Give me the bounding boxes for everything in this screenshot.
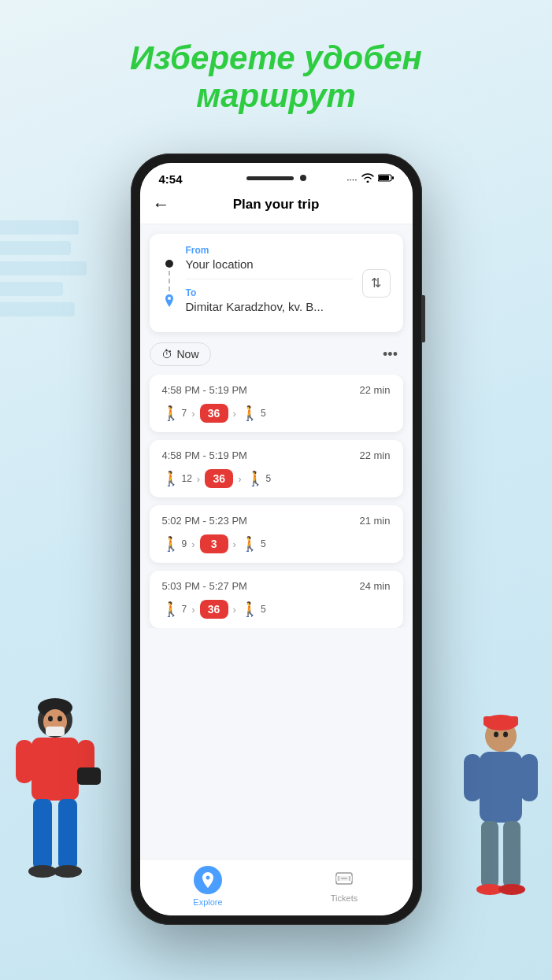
- svg-rect-21: [503, 821, 521, 888]
- status-time: 4:54: [159, 172, 183, 186]
- svg-rect-34: [341, 878, 347, 879]
- status-bar: 4:54 ····: [140, 163, 413, 190]
- walk-icon: 🚶: [162, 470, 180, 487]
- phone-screen: 4:54 ····: [140, 163, 413, 915]
- route-time: 5:03 PM - 5:27 PM: [162, 580, 247, 592]
- walk-icon: 🚶: [162, 405, 180, 422]
- walk-minutes-end: 5: [266, 473, 272, 484]
- svg-rect-28: [392, 176, 394, 179]
- walk-minutes: 7: [182, 408, 187, 419]
- arrow-icon-2: ›: [233, 408, 236, 420]
- back-button[interactable]: ←: [153, 194, 170, 215]
- walk-icon: 🚶: [162, 535, 180, 553]
- nav-item-tickets[interactable]: Tickets: [276, 870, 413, 906]
- person-left-illustration: [8, 697, 102, 917]
- bus-badge: 36: [200, 404, 228, 423]
- walk-step-end: 🚶 5: [241, 601, 266, 618]
- route-duration: 22 min: [359, 449, 390, 461]
- person-right-illustration: [458, 712, 544, 917]
- route-card[interactable]: 5:03 PM - 5:27 PM 24 min 🚶 7 › 36 ›: [150, 571, 403, 628]
- svg-point-8: [28, 865, 57, 878]
- route-steps: 🚶 7 › 36 › 🚶 5: [162, 600, 391, 619]
- walk-minutes: 9: [182, 538, 187, 549]
- svg-rect-19: [521, 754, 538, 801]
- svg-rect-3: [16, 740, 33, 783]
- tickets-icon: [335, 870, 353, 890]
- bus-badge: 36: [205, 469, 233, 488]
- walk-minutes-end: 5: [261, 604, 266, 615]
- route-time: 4:58 PM - 5:19 PM: [162, 384, 247, 396]
- to-field[interactable]: To Dimitar Karadzhov, kv. B...: [186, 287, 353, 321]
- battery-icon: [378, 173, 394, 185]
- route-time: 4:58 PM - 5:19 PM: [162, 449, 247, 461]
- connector-line-2: [169, 279, 170, 283]
- route-steps: 🚶 12 › 36 › 🚶 5: [162, 469, 391, 488]
- form-fields: From Your location To Dimitar Karadzhov,…: [186, 245, 353, 321]
- svg-rect-20: [481, 821, 498, 888]
- explore-icon: [194, 866, 222, 894]
- walk-icon-end: 🚶: [241, 601, 258, 618]
- walk-icon-end: 🚶: [246, 470, 264, 487]
- route-card[interactable]: 4:58 PM - 5:19 PM 22 min 🚶 7 › 36 ›: [150, 375, 403, 432]
- walk-step-start: 🚶 7: [162, 601, 187, 618]
- side-button: [422, 295, 425, 342]
- route-header: 5:03 PM - 5:27 PM 24 min: [162, 580, 391, 592]
- nav-item-explore[interactable]: Explore: [140, 866, 276, 910]
- arrow-icon: ›: [191, 408, 194, 420]
- arrow-icon-2: ›: [238, 473, 241, 485]
- arrow-icon-2: ›: [233, 604, 236, 616]
- connector-line-1: [169, 271, 170, 276]
- tickets-label: Tickets: [331, 893, 358, 903]
- svg-point-9: [54, 865, 82, 878]
- svg-point-23: [498, 884, 525, 895]
- walk-minutes-end: 5: [261, 408, 266, 419]
- svg-rect-5: [77, 767, 101, 785]
- walk-step-start: 🚶 12: [162, 470, 192, 487]
- walk-minutes: 12: [182, 473, 192, 484]
- svg-rect-18: [464, 754, 481, 801]
- time-label: Now: [177, 348, 199, 361]
- svg-rect-7: [58, 799, 77, 870]
- time-row: ⏱ Now •••: [140, 342, 413, 367]
- trip-form: From Your location To Dimitar Karadzhov,…: [150, 234, 403, 332]
- svg-point-12: [48, 716, 53, 722]
- wifi-icon: [361, 173, 374, 185]
- svg-point-29: [168, 297, 171, 300]
- walk-icon-end: 🚶: [241, 405, 258, 422]
- arrow-icon: ›: [191, 538, 194, 550]
- from-field[interactable]: From Your location: [186, 245, 353, 279]
- walk-icon: 🚶: [162, 601, 180, 618]
- phone-frame: 4:54 ····: [131, 153, 422, 925]
- svg-point-13: [57, 716, 62, 722]
- walk-minutes-end: 5: [261, 538, 266, 549]
- arrow-icon: ›: [191, 604, 194, 616]
- walk-icon-end: 🚶: [241, 535, 258, 553]
- walk-step-start: 🚶 9: [162, 535, 187, 553]
- route-header: 5:02 PM - 5:23 PM 21 min: [162, 515, 391, 527]
- route-steps: 🚶 9 › 3 › 🚶 5: [162, 534, 391, 553]
- hero-title: Изберете удобен маршрут: [0, 39, 552, 116]
- explore-label: Explore: [193, 897, 222, 907]
- connector-line-3: [169, 287, 170, 291]
- svg-rect-27: [379, 176, 389, 180]
- route-card[interactable]: 5:02 PM - 5:23 PM 21 min 🚶 9 › 3 ›: [150, 505, 403, 563]
- more-dots-icon: •••: [383, 346, 398, 363]
- route-steps: 🚶 7 › 36 › 🚶 5: [162, 404, 391, 423]
- app-header: ← Plan your trip: [140, 190, 413, 224]
- route-duration: 22 min: [359, 384, 390, 396]
- route-card[interactable]: 4:58 PM - 5:19 PM 22 min 🚶 12 › 36: [150, 440, 403, 497]
- phone-wrapper: 4:54 ····: [131, 153, 422, 925]
- to-label: To: [186, 287, 353, 298]
- walk-step-start: 🚶 7: [162, 405, 187, 422]
- route-time: 5:02 PM - 5:23 PM: [162, 515, 247, 527]
- walk-step-end: 🚶 5: [241, 535, 266, 553]
- swap-button[interactable]: ⇅: [362, 269, 391, 298]
- destination-pin-icon: [165, 294, 174, 307]
- origin-dot: [165, 260, 173, 268]
- bg-lines: [0, 220, 94, 457]
- time-selector[interactable]: ⏱ Now: [150, 342, 211, 366]
- walk-step-end: 🚶 5: [241, 405, 266, 422]
- arrow-icon-2: ›: [233, 538, 236, 550]
- more-options-button[interactable]: •••: [378, 342, 403, 367]
- bottom-nav: Explore Tickets: [140, 859, 413, 915]
